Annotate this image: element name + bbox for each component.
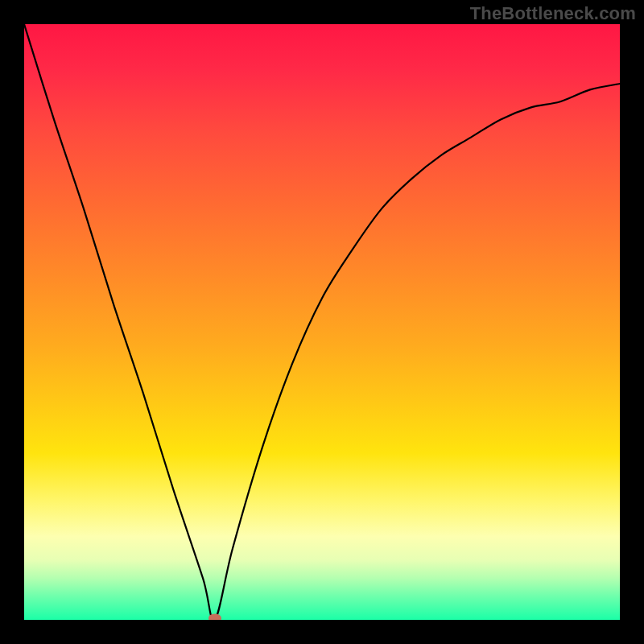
- minimum-marker: [208, 614, 221, 621]
- bottleneck-curve: [24, 24, 620, 620]
- chart-frame: TheBottleneck.com: [0, 0, 644, 644]
- curve-svg: [24, 24, 620, 620]
- watermark-text: TheBottleneck.com: [470, 3, 636, 24]
- plot-area: [24, 24, 620, 620]
